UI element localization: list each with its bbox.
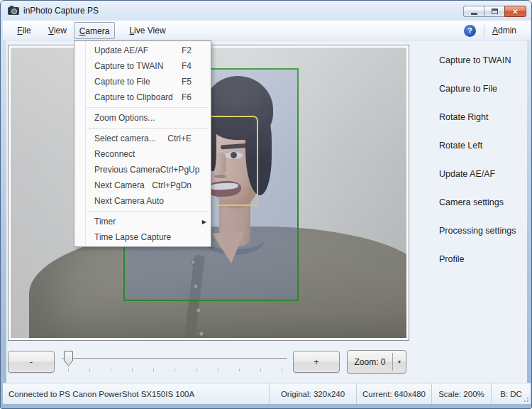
- zoom-level-dropdown[interactable]: Zoom: 0 ▼: [347, 350, 406, 373]
- person-hair: [205, 76, 273, 140]
- zoom-slider-track[interactable]: [62, 358, 287, 360]
- shirt-button: [190, 259, 196, 265]
- menu-item-timer[interactable]: Timer▶: [74, 214, 211, 229]
- menubar-right-cluster: ? Admin: [464, 22, 516, 39]
- menu-item-capture-to-clipboard[interactable]: Capture to ClipboardF6: [74, 89, 211, 105]
- sidebar-rotate-left[interactable]: Rotate Left: [414, 141, 527, 169]
- person-nose: [215, 153, 226, 175]
- person-teeth: [210, 182, 238, 190]
- menu-separator: [87, 128, 209, 129]
- shirt-button: [199, 331, 204, 337]
- zoom-out-button[interactable]: -: [8, 351, 55, 373]
- sidebar-profile[interactable]: Profile: [414, 254, 527, 283]
- menu-bar: File View Camera Live View ? Admin: [3, 21, 531, 40]
- menu-view[interactable]: View: [43, 22, 72, 39]
- person-chest: [211, 231, 246, 263]
- zoom-slider[interactable]: [62, 347, 287, 376]
- minimize-button[interactable]: [463, 6, 484, 17]
- menu-item-time-lapse-capture[interactable]: Time Lapse Capture: [74, 229, 211, 245]
- sidebar-camera-settings[interactable]: Camera settings: [414, 197, 527, 226]
- maximize-icon: [492, 9, 498, 14]
- sidebar-update-aeaf[interactable]: Update AE/AF: [414, 169, 527, 197]
- person-neck: [219, 198, 250, 246]
- person-collar: [204, 225, 265, 255]
- help-icon[interactable]: ?: [464, 25, 476, 37]
- submenu-arrow-icon: ▶: [202, 219, 206, 225]
- person-face: [208, 103, 263, 208]
- menu-live-view[interactable]: Live View: [122, 22, 173, 39]
- person-hair: [209, 111, 255, 135]
- zoom-level-value[interactable]: Zoom: 0: [348, 351, 392, 373]
- sidebar-rotate-right[interactable]: Rotate Right: [414, 112, 527, 141]
- person-mouth: [206, 180, 241, 197]
- status-bar: Connected to PS Canon PowerShot SX150IS …: [3, 383, 531, 404]
- menu-item-update-aeaf[interactable]: Update AE/AFF2: [74, 43, 211, 58]
- sidebar-processing-settings[interactable]: Processing settings: [414, 226, 527, 254]
- status-original-size: Original: 320x240: [270, 383, 356, 404]
- status-current-size: Current: 640x480: [357, 383, 431, 404]
- camera-dropdown-menu: Update AE/AFF2 Capture to TWAINF4 Captur…: [74, 40, 211, 247]
- zoom-slider-thumb[interactable]: [64, 351, 73, 366]
- maximize-button[interactable]: [484, 6, 504, 17]
- zoom-slider-ticks: [68, 369, 282, 371]
- close-icon: ✕: [512, 8, 518, 16]
- app-window: inPhoto Capture PS ✕ File View Camera Li…: [0, 0, 532, 409]
- sidebar-capture-to-file[interactable]: Capture to File: [414, 84, 527, 112]
- person-iris: [231, 152, 237, 158]
- zoom-in-button[interactable]: +: [293, 351, 340, 373]
- menu-camera[interactable]: Camera: [74, 22, 115, 39]
- resize-grip[interactable]: [521, 395, 528, 402]
- menu-item-capture-to-file[interactable]: Capture to FileF5: [74, 74, 211, 89]
- shirt-button: [193, 283, 199, 289]
- menu-admin[interactable]: Admin: [492, 26, 516, 36]
- person-nostril: [214, 175, 226, 178]
- camera-app-icon: [8, 7, 19, 15]
- menu-item-next-camera[interactable]: Next CameraCtrl+PgDn: [74, 178, 211, 193]
- menu-item-previous-camera[interactable]: Previous CameraCtrl+PgUp: [74, 162, 211, 178]
- status-connection: Connected to PS Canon PowerShot SX150IS …: [3, 383, 269, 404]
- menu-separator: [87, 107, 209, 108]
- menu-item-capture-to-twain[interactable]: Capture to TWAINF4: [74, 58, 211, 74]
- action-sidebar: Capture to TWAIN Capture to File Rotate …: [414, 40, 527, 283]
- zoom-slider-thumb-face: [65, 351, 72, 366]
- shirt-button: [196, 307, 201, 313]
- title-bar[interactable]: inPhoto Capture PS ✕: [1, 1, 531, 21]
- menu-item-zoom-options[interactable]: Zoom Options...: [74, 110, 211, 126]
- menu-file[interactable]: File: [10, 22, 38, 39]
- window-title: inPhoto Capture PS: [23, 1, 99, 21]
- window-controls: ✕: [463, 6, 526, 17]
- close-button[interactable]: ✕: [504, 6, 526, 17]
- person-eyebrow: [221, 143, 250, 150]
- minimize-icon: [471, 13, 477, 15]
- shirt-placket: [184, 255, 205, 338]
- person-hair: [245, 104, 272, 195]
- menu-item-select-camera[interactable]: Select camera...Ctrl+E: [74, 131, 211, 146]
- status-scale: Scale: 200%: [432, 383, 491, 404]
- menu-item-next-camera-auto[interactable]: Next Camera Auto: [74, 193, 211, 209]
- menu-item-reconnect[interactable]: Reconnect: [74, 146, 211, 162]
- person-eye: [226, 152, 243, 159]
- menubar-separator: [484, 25, 484, 37]
- menu-separator: [87, 211, 209, 212]
- dropdown-arrow-icon[interactable]: ▼: [393, 351, 406, 373]
- sidebar-capture-to-twain[interactable]: Capture to TWAIN: [414, 55, 527, 84]
